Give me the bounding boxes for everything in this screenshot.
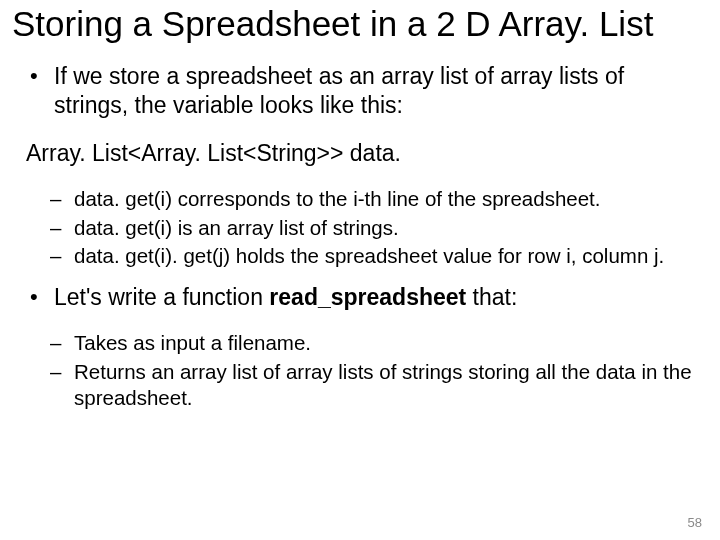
- dash-item: data. get(i) corresponds to the i-th lin…: [50, 186, 700, 212]
- dash-list-1: data. get(i) corresponds to the i-th lin…: [24, 186, 700, 269]
- bullet2-pre: Let's write a function: [54, 284, 269, 310]
- dash-item: Takes as input a filename.: [50, 330, 700, 356]
- bullet-list-1: If we store a spreadsheet as an array li…: [24, 62, 700, 121]
- bullet-list-2: Let's write a function read_spreadsheet …: [24, 283, 700, 312]
- bullet2-post: that:: [466, 284, 517, 310]
- bullet-item: Let's write a function read_spreadsheet …: [24, 283, 700, 312]
- page-number: 58: [688, 515, 702, 530]
- slide-body: If we store a spreadsheet as an array li…: [24, 62, 700, 411]
- dash-item: data. get(i). get(j) holds the spreadshe…: [50, 243, 700, 269]
- dash-item: Returns an array list of array lists of …: [50, 359, 700, 411]
- function-name: read_spreadsheet: [269, 284, 466, 310]
- dash-list-2: Takes as input a filename. Returns an ar…: [24, 330, 700, 411]
- dash-item: data. get(i) is an array list of strings…: [50, 215, 700, 241]
- code-declaration: Array. List<Array. List<String>> data.: [26, 139, 700, 168]
- slide-title: Storing a Spreadsheet in a 2 D Array. Li…: [12, 4, 700, 44]
- bullet-item: If we store a spreadsheet as an array li…: [24, 62, 700, 121]
- slide: Storing a Spreadsheet in a 2 D Array. Li…: [0, 0, 720, 540]
